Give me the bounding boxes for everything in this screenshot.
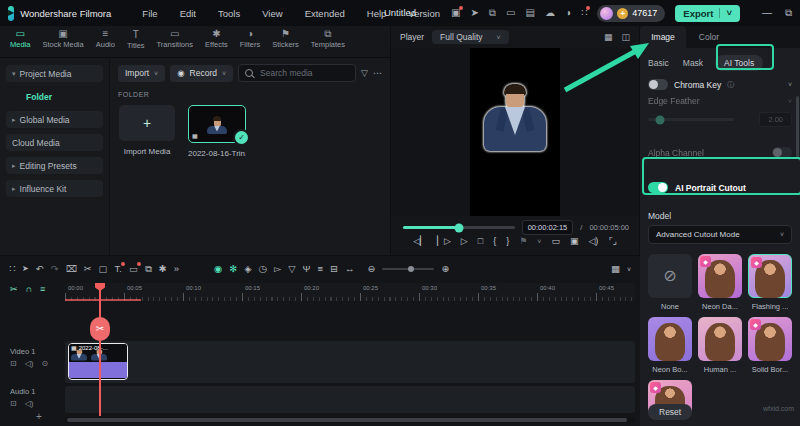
sidebar-item-editing-presets[interactable]: ▸Editing Presets	[6, 157, 103, 174]
info-icon[interactable]: ⓘ	[727, 81, 734, 88]
subtab-basic[interactable]: Basic	[648, 58, 669, 68]
alpha-channel-toggle[interactable]	[772, 147, 792, 158]
snapshot-button[interactable]: ▣	[570, 237, 579, 246]
seek-bar[interactable]	[403, 226, 515, 229]
menu-view[interactable]: View	[251, 8, 293, 19]
menu-edit[interactable]: Edit	[169, 8, 207, 19]
cloud-upload-icon[interactable]: ☁	[545, 8, 555, 18]
delete-icon[interactable]: ⌧	[66, 264, 77, 274]
volume-button[interactable]: ◁)	[588, 237, 598, 246]
mark-out-button[interactable]: }	[506, 237, 509, 246]
redo-icon[interactable]: ↷	[51, 264, 59, 274]
menu-tools[interactable]: Tools	[207, 8, 251, 19]
tab-transitions[interactable]: ▭Transitions	[151, 29, 199, 57]
zoom-in-icon[interactable]: ⊕	[441, 264, 449, 274]
inspector-scrollbar[interactable]	[796, 96, 799, 158]
record-button[interactable]: ◉Record˅	[170, 65, 233, 82]
tab-titles[interactable]: TTitles	[121, 29, 151, 57]
sidebar-item-project-media[interactable]: ▾Project Media	[6, 65, 103, 82]
previous-frame-button[interactable]: ◁▏	[413, 237, 427, 246]
save-icon[interactable]: ▤	[525, 8, 534, 18]
effects-shield-icon[interactable]: ▽	[288, 264, 295, 274]
preset-flashing[interactable]: ◆ Flashing ...	[748, 254, 792, 311]
seek-handle[interactable]	[454, 223, 463, 232]
mute-track-icon[interactable]: ◁)	[25, 360, 34, 368]
track-manager-caret-icon[interactable]: ˅	[627, 266, 631, 273]
zoom-out-icon[interactable]: ⊖	[367, 264, 375, 274]
model-dropdown[interactable]: Advanced Cutout Mode ˅	[648, 225, 792, 244]
track-layers-icon[interactable]: ≡	[40, 285, 45, 294]
collapse-chevron-icon[interactable]: ˅	[788, 98, 792, 105]
slider-handle[interactable]	[656, 115, 665, 124]
export-caret-icon[interactable]: ˅	[726, 8, 732, 18]
mask-tool-icon[interactable]: ▭	[129, 264, 138, 274]
tab-media[interactable]: ▭Media	[4, 29, 36, 57]
auto-ripple-icon[interactable]: ↔	[345, 264, 355, 274]
marker-button[interactable]: ⚑	[519, 237, 527, 246]
import-button[interactable]: Import˅	[118, 65, 165, 82]
tab-effects[interactable]: ✱Effects	[199, 29, 234, 57]
video-track-lane[interactable]: ▦2022-08-...	[65, 341, 635, 383]
menu-file[interactable]: File	[131, 8, 168, 19]
copy-icon[interactable]: ⧉	[145, 264, 152, 274]
video-frame[interactable]	[470, 48, 560, 216]
gift-icon[interactable]: ▣	[451, 8, 460, 18]
import-media-card[interactable]: + Import Media	[118, 105, 176, 158]
import-media-tile[interactable]: +	[119, 105, 175, 141]
reset-button[interactable]: Reset	[648, 404, 692, 420]
sidebar-item-influence-kit[interactable]: ▸Influence Kit	[6, 180, 103, 197]
preset-solid-border[interactable]: ◆ Solid Bor...	[748, 317, 792, 374]
sidebar-item-cloud-media[interactable]: Cloud Media	[6, 134, 103, 151]
export-project-icon[interactable]: ⧉	[489, 8, 496, 18]
undo-icon[interactable]: ↶	[36, 264, 44, 274]
quality-dropdown[interactable]: Full Quality˅	[432, 30, 509, 44]
scopes-icon[interactable]: ◫	[621, 33, 630, 42]
render-preview-icon[interactable]: ▻	[274, 264, 281, 274]
play-button[interactable]: ▷	[461, 237, 468, 246]
timeline-zoom-slider[interactable]	[382, 268, 434, 270]
hide-track-icon[interactable]: ⊙	[42, 360, 49, 368]
apps-grid-icon[interactable]: ∷	[581, 8, 587, 18]
media-layout-icon[interactable]: ∷	[9, 264, 15, 274]
mark-in-button[interactable]: {	[493, 237, 496, 246]
mirror-display-button[interactable]: ▭	[551, 237, 560, 246]
preset-neon-border[interactable]: Neon Bo...	[648, 317, 692, 374]
avatar[interactable]	[600, 7, 613, 20]
preset-none[interactable]: ⊘ None	[648, 254, 692, 311]
more-tools-icon[interactable]: »	[174, 264, 179, 274]
motion-tracking-icon[interactable]: ✻	[229, 264, 237, 274]
subtitle-tool-icon[interactable]: ≡	[317, 264, 323, 274]
timeline-clip[interactable]: ▦2022-08-...	[68, 343, 128, 380]
subtab-mask[interactable]: Mask	[683, 58, 703, 68]
collapse-chevron-icon[interactable]: ˅	[788, 81, 792, 88]
audio-track-lane[interactable]	[65, 386, 635, 413]
restore-button[interactable]: ⧉	[785, 8, 792, 18]
preset-human[interactable]: Human ...	[698, 317, 742, 374]
edge-feather-slider[interactable]	[648, 118, 734, 121]
select-tool-icon[interactable]: ➤	[22, 265, 29, 273]
menu-extended[interactable]: Extended	[294, 8, 356, 19]
preset-neon-dance[interactable]: ◆ Neon Da...	[698, 254, 742, 311]
share-icon[interactable]: ➤	[470, 8, 478, 18]
quick-split-icon[interactable]: ✂	[10, 285, 18, 294]
voiceover-mic-icon[interactable]: Ψ	[303, 264, 311, 274]
layout-grid-icon[interactable]: ▦	[604, 33, 613, 42]
more-options-icon[interactable]: ⋯	[373, 69, 382, 78]
text-tool-icon[interactable]: T.	[115, 264, 122, 274]
mute-track-icon[interactable]: ◁)	[25, 400, 34, 408]
tab-stock-media[interactable]: ▣Stock Media	[36, 29, 89, 57]
tab-image[interactable]: Image	[640, 26, 686, 48]
zoom-handle[interactable]	[408, 266, 414, 272]
track-manager-icon[interactable]: ▦	[611, 264, 620, 274]
clip-extend-icon[interactable]: ⊟	[330, 264, 338, 274]
timeline-ruler[interactable]: 00:00 00:05 00:10 00:15 00:20 00:25 00:3…	[65, 283, 635, 301]
split-icon[interactable]: ✂	[84, 264, 92, 274]
media-clip-thumbnail[interactable]: ▦ ✓	[188, 105, 246, 143]
crop-icon[interactable]: ▢	[99, 264, 108, 274]
next-frame-button[interactable]: ▏▷	[437, 237, 451, 246]
search-box[interactable]	[238, 64, 356, 82]
filter-icon[interactable]: ▽	[361, 69, 368, 78]
sidebar-item-global-media[interactable]: ▸Global Media	[6, 111, 103, 128]
color-wheel-icon[interactable]: ✱	[159, 264, 167, 274]
tab-templates[interactable]: ⧉Templates	[305, 29, 351, 57]
